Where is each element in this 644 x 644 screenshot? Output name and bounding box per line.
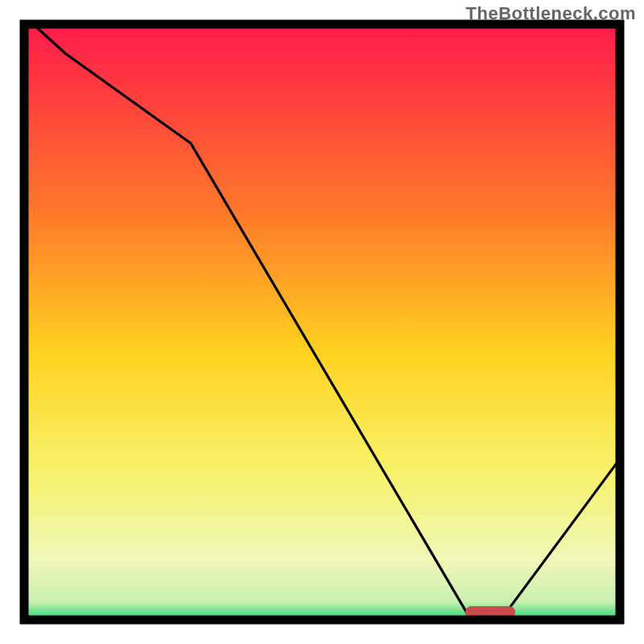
chart-container: TheBottleneck.com <box>0 0 644 644</box>
plot-background <box>24 24 620 620</box>
bottleneck-chart <box>0 0 644 644</box>
attribution-text: TheBottleneck.com <box>466 3 636 24</box>
